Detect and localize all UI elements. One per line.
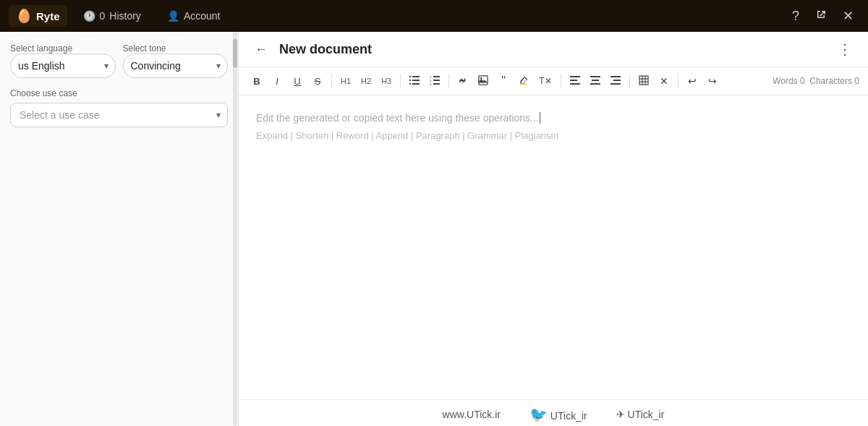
- editor-area[interactable]: Edit the generated or copied text here u…: [239, 95, 868, 399]
- brand-name: Ryte: [36, 10, 60, 22]
- watermark-twitter: 🐦 UTick_ir: [529, 406, 587, 423]
- svg-rect-15: [570, 80, 577, 81]
- toolbar-bold[interactable]: B: [247, 73, 266, 90]
- usecase-group: Choose use case Select a use case Blog P…: [10, 88, 228, 127]
- watermark-telegram: ✈ UTick_ir: [616, 409, 665, 420]
- svg-rect-22: [610, 83, 621, 85]
- tone-group: Select tone Convincing Formal Casual Inf…: [123, 43, 229, 78]
- lang-tone-row: Select language us English uk English Sp…: [10, 43, 228, 78]
- toolbar-bullet-list[interactable]: [405, 72, 424, 90]
- chars-label: Characters: [809, 76, 852, 86]
- words-value: 0: [800, 76, 805, 86]
- external-link-button[interactable]: [809, 6, 833, 27]
- toolbar-sep-2: [400, 74, 401, 88]
- toolbar-align-left[interactable]: [566, 73, 584, 90]
- svg-rect-21: [613, 80, 621, 81]
- toolbar-h1[interactable]: H1: [336, 74, 355, 88]
- doc-title: New document: [279, 42, 833, 57]
- editor-placeholder: Edit the generated or copied text here u…: [256, 110, 851, 126]
- nav-history[interactable]: 🕐 0 History: [73, 7, 151, 25]
- toolbar-ordered-list[interactable]: 1.2.3.: [425, 72, 444, 90]
- back-button[interactable]: ←: [250, 41, 272, 59]
- svg-rect-0: [409, 76, 411, 77]
- words-label: Words: [773, 76, 797, 86]
- navbar: 🥚 Ryte 🕐 0 History 👤 Account ? ✕: [0, 0, 868, 32]
- sidebar-scrollbar[interactable]: [232, 32, 238, 426]
- word-count-display: Words 0 Characters 0: [773, 76, 859, 86]
- twitter-icon: 🐦: [529, 406, 548, 422]
- svg-rect-9: [433, 80, 440, 81]
- editor-operations: Expand | Shorten | Reword | Append | Par…: [256, 130, 851, 141]
- svg-rect-18: [592, 80, 599, 81]
- close-button[interactable]: ✕: [837, 5, 859, 27]
- history-icon: 🕐: [83, 10, 95, 22]
- account-icon: 👤: [167, 10, 179, 22]
- svg-rect-14: [570, 76, 580, 77]
- language-label: Select language: [10, 43, 116, 54]
- sidebar: Select language us English uk English Sp…: [0, 32, 239, 426]
- brand-logo[interactable]: 🥚 Ryte: [9, 5, 67, 27]
- more-options-button[interactable]: ⋮: [833, 39, 856, 59]
- svg-rect-16: [570, 83, 580, 85]
- language-select-wrapper: us English uk English Spanish French ▾: [10, 54, 116, 78]
- svg-rect-4: [409, 83, 411, 85]
- svg-rect-19: [590, 83, 600, 85]
- nav-account[interactable]: 👤 Account: [157, 7, 231, 25]
- toolbar-table[interactable]: [634, 72, 653, 90]
- main-layout: Select language us English uk English Sp…: [0, 32, 868, 426]
- svg-rect-7: [433, 76, 440, 77]
- usecase-select-wrapper: Select a use case Blog Post Product Desc…: [10, 103, 228, 127]
- toolbar-h3[interactable]: H3: [377, 74, 396, 88]
- tone-select-wrapper: Convincing Formal Casual Informative ▾: [123, 54, 229, 78]
- nav-account-label: Account: [184, 10, 221, 22]
- svg-text:3.: 3.: [430, 82, 432, 85]
- nav-history-label: History: [109, 10, 141, 22]
- toolbar-strikethrough[interactable]: S: [308, 73, 327, 90]
- language-group: Select language us English uk English Sp…: [10, 43, 116, 78]
- watermark-area: www.UTick.ir 🐦 UTick_ir ✈ UTick_ir: [239, 399, 868, 426]
- content-area: ← New document ⋮ B I U S H1 H2 H3 1.2.3.: [239, 32, 868, 426]
- svg-rect-1: [412, 76, 420, 77]
- usecase-label: Choose use case: [10, 88, 228, 98]
- navbar-actions: ? ✕: [786, 5, 859, 27]
- toolbar-redo[interactable]: ↪: [703, 72, 722, 90]
- svg-rect-2: [409, 80, 411, 81]
- nav-history-badge: 0: [100, 10, 106, 22]
- chars-value: 0: [854, 76, 859, 86]
- toolbar-link[interactable]: [454, 72, 472, 90]
- svg-rect-5: [412, 83, 420, 85]
- toolbar-quote[interactable]: ": [494, 72, 513, 90]
- watermark-website: www.UTick.ir: [443, 409, 501, 420]
- toolbar-underline[interactable]: U: [288, 73, 307, 90]
- toolbar-sep-4: [561, 74, 561, 88]
- svg-rect-23: [639, 76, 648, 85]
- toolbar-image[interactable]: [474, 72, 493, 90]
- toolbar-sep-3: [448, 74, 449, 88]
- brand-icon: 🥚: [16, 8, 32, 24]
- tone-label: Select tone: [123, 43, 229, 54]
- toolbar-clear-format[interactable]: ✕: [655, 72, 673, 90]
- editor-toolbar: B I U S H1 H2 H3 1.2.3. ": [239, 67, 868, 95]
- toolbar-italic[interactable]: I: [268, 73, 286, 90]
- svg-rect-11: [433, 83, 440, 85]
- toolbar-remove-format[interactable]: T✕: [535, 73, 556, 89]
- telegram-icon: ✈: [616, 409, 625, 420]
- svg-rect-20: [610, 76, 621, 77]
- usecase-select[interactable]: Select a use case Blog Post Product Desc…: [10, 103, 228, 127]
- toolbar-undo[interactable]: ↩: [683, 72, 702, 90]
- toolbar-sep-6: [678, 74, 678, 88]
- toolbar-highlight[interactable]: [514, 72, 533, 90]
- language-select[interactable]: us English uk English Spanish French: [10, 54, 116, 78]
- toolbar-h2[interactable]: H2: [357, 74, 375, 88]
- doc-header: ← New document ⋮: [239, 32, 868, 67]
- svg-rect-17: [590, 76, 600, 77]
- help-button[interactable]: ?: [786, 6, 805, 27]
- toolbar-align-right[interactable]: [606, 73, 625, 90]
- tone-select[interactable]: Convincing Formal Casual Informative: [123, 54, 229, 78]
- toolbar-align-center[interactable]: [586, 73, 605, 90]
- cursor: [540, 112, 540, 124]
- svg-rect-3: [412, 80, 420, 81]
- toolbar-sep-5: [629, 74, 630, 88]
- toolbar-sep-1: [331, 74, 332, 88]
